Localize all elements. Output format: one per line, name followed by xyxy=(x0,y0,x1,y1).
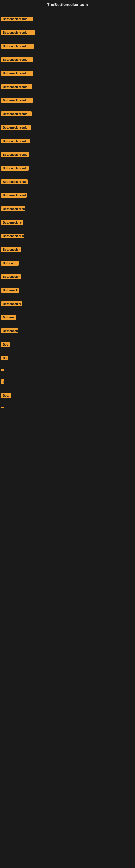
bottleneck-badge: Bottleneck result xyxy=(1,30,35,35)
list-item: Bottleneck result xyxy=(0,137,135,145)
bottleneck-list: Bottleneck resultBottleneck resultBottle… xyxy=(0,10,135,410)
bottleneck-badge: Bottleneck result xyxy=(1,193,27,198)
site-title: TheBottlenecker.com xyxy=(0,0,135,10)
list-item: Bottleneck result xyxy=(0,69,135,77)
bottleneck-badge: Bottlens xyxy=(1,315,16,320)
bottleneck-badge: Bottleneck result xyxy=(1,138,30,144)
list-item: Bottleneck result xyxy=(0,42,135,50)
bottleneck-badge: Bottleneck result xyxy=(1,166,29,170)
bottleneck-badge: Bo xyxy=(1,355,8,361)
bottleneck-badge: Bottleneck result xyxy=(1,71,34,76)
bottleneck-badge: Bottlenec xyxy=(1,261,18,266)
list-item: Bottleneck result xyxy=(0,151,135,159)
list-item: Bottleneck result xyxy=(0,110,135,118)
list-item: Bottleneck re xyxy=(0,218,135,226)
bottleneck-badge xyxy=(1,407,4,408)
list-item: Bot xyxy=(0,340,135,348)
list-item: Bottlens xyxy=(0,313,135,321)
bottleneck-badge: Bottleneck res xyxy=(1,301,22,306)
list-item xyxy=(0,368,135,372)
list-item: Bo xyxy=(0,354,135,362)
bottleneck-badge: Bottleneck r xyxy=(1,274,21,279)
header: TheBottlenecker.com xyxy=(0,0,135,10)
bottleneck-badge: Bottleneck result xyxy=(1,84,32,89)
list-item: Bottleneck res xyxy=(0,300,135,308)
bottleneck-badge: Bottleneck result xyxy=(1,234,24,239)
bottleneck-badge: B xyxy=(1,379,4,384)
list-item: Bottleneck result xyxy=(0,83,135,91)
list-item: Bottlenec xyxy=(0,259,135,267)
list-item: Bottleneck r xyxy=(0,273,135,281)
bottleneck-badge: Bottleneck result xyxy=(1,152,30,157)
bottleneck-badge: Bottleneck xyxy=(1,288,19,293)
list-item: Bottleneck result xyxy=(0,123,135,131)
list-item: Bottleneck result xyxy=(0,178,135,186)
list-item: Bottleneck result xyxy=(0,232,135,240)
list-item: Bottl xyxy=(0,392,135,400)
list-item xyxy=(0,405,135,410)
bottleneck-badge: Bottleneck result xyxy=(1,112,32,116)
bottleneck-badge: Bottleneck result xyxy=(1,179,28,184)
bottleneck-badge: Bottl xyxy=(1,393,11,398)
bottleneck-badge: Bot xyxy=(1,342,10,347)
list-item: B xyxy=(0,378,135,386)
list-item: Bottleneck xyxy=(0,286,135,294)
bottleneck-badge: Bottleneck xyxy=(1,329,18,333)
list-item: Bottleneck result xyxy=(0,164,135,172)
bottleneck-badge: Bottleneck r xyxy=(1,247,21,252)
bottleneck-badge: Bottleneck result xyxy=(1,44,34,49)
bottleneck-badge: Bottleneck result xyxy=(1,57,33,62)
bottleneck-badge: Bottleneck re xyxy=(1,220,23,225)
bottleneck-badge: Bottleneck result xyxy=(1,207,26,211)
list-item: Bottleneck result xyxy=(0,15,135,23)
list-item: Bottleneck result xyxy=(0,205,135,213)
bottleneck-badge: Bottleneck result xyxy=(1,17,34,22)
bottleneck-badge xyxy=(1,369,4,371)
list-item: Bottleneck r xyxy=(0,246,135,254)
bottleneck-badge: Bottleneck result xyxy=(1,98,33,103)
list-item: Bottleneck result xyxy=(0,56,135,64)
list-item: Bottleneck result xyxy=(0,191,135,199)
list-item: Bottleneck result xyxy=(0,96,135,104)
list-item: Bottleneck xyxy=(0,327,135,335)
bottleneck-badge: Bottleneck result xyxy=(1,125,31,130)
list-item: Bottleneck result xyxy=(0,29,135,37)
